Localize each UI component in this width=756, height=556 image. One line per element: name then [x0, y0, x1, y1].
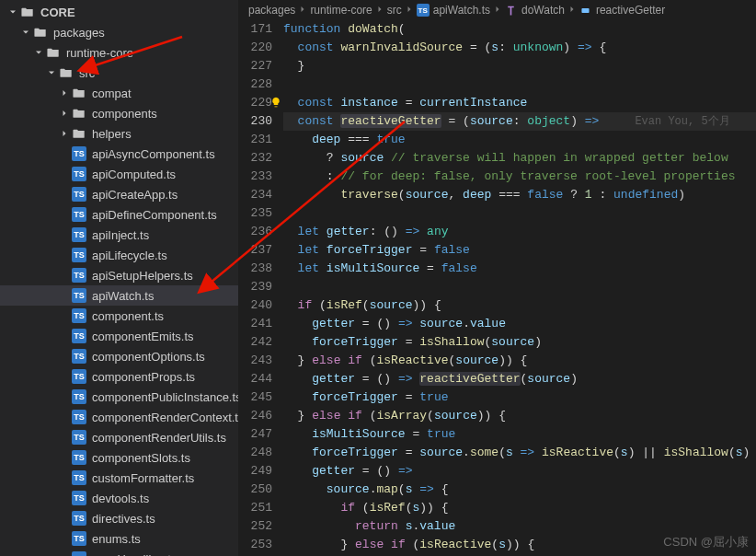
- code-line[interactable]: [283, 204, 756, 223]
- line-number: 230: [239, 112, 272, 131]
- tree-label: customFormatter.ts: [92, 471, 194, 485]
- file-componentEmits.ts[interactable]: TScomponentEmits.ts: [0, 326, 238, 346]
- code-line[interactable]: forceTrigger = source.some(s => isReacti…: [283, 444, 756, 462]
- breadcrumb-src[interactable]: src: [387, 4, 402, 17]
- file-explorer[interactable]: COREpackagesruntime-coresrccompatcompone…: [0, 0, 239, 556]
- ts-file-icon: TS: [72, 268, 86, 283]
- chevron-down-icon[interactable]: [6, 5, 20, 19]
- chevron-down-icon[interactable]: [18, 25, 33, 40]
- folder-src[interactable]: src: [0, 63, 238, 83]
- file-componentPublicInstance.ts[interactable]: TScomponentPublicInstance.ts: [0, 387, 238, 407]
- chevron-down-icon[interactable]: [31, 45, 46, 60]
- code-line[interactable]: const warnInvalidSource = (s: unknown) =…: [283, 39, 756, 57]
- file-customFormatter.ts[interactable]: TScustomFormatter.ts: [0, 468, 238, 488]
- code-line[interactable]: }: [283, 57, 756, 75]
- lightbulb-icon[interactable]: [270, 96, 281, 107]
- folder-compat[interactable]: compat: [0, 83, 238, 103]
- code-line[interactable]: deep === true: [283, 131, 756, 149]
- code-line[interactable]: } else if (isArray(source)) {: [283, 407, 756, 425]
- file-apiDefineComponent.ts[interactable]: TSapiDefineComponent.ts: [0, 204, 238, 225]
- code-line[interactable]: if (isRef(source)) {: [283, 296, 756, 315]
- chevron-right-icon: [57, 551, 72, 556]
- code-line[interactable]: const reactiveGetter = (source: object) …: [283, 112, 756, 131]
- file-componentOptions.ts[interactable]: TScomponentOptions.ts: [0, 346, 238, 366]
- breadcrumbs[interactable]: packagesruntime-coresrcTSapiWatch.tsdoWa…: [239, 0, 756, 20]
- code-line[interactable]: isMultiSource = true: [283, 425, 756, 444]
- file-componentRenderContext.ts[interactable]: TScomponentRenderContext.ts: [0, 407, 238, 427]
- folder-components[interactable]: components: [0, 103, 238, 123]
- chevron-right-icon: [57, 187, 72, 202]
- file-apiCreateApp.ts[interactable]: TSapiCreateApp.ts: [0, 184, 238, 204]
- code-line[interactable]: return s.value: [283, 517, 756, 536]
- line-number: 246: [239, 407, 272, 425]
- ts-file-icon: TS: [72, 470, 86, 485]
- file-apiLifecycle.ts[interactable]: TSapiLifecycle.ts: [0, 245, 238, 265]
- file-directives.ts[interactable]: TSdirectives.ts: [0, 508, 238, 528]
- code-editor[interactable]: 1712202272282292302312322332342352362372…: [239, 20, 756, 556]
- chevron-down-icon[interactable]: [44, 65, 59, 80]
- breadcrumb-apiWatch.ts[interactable]: TSapiWatch.ts: [417, 4, 490, 17]
- chevron-right-icon: [57, 308, 72, 323]
- svg-rect-0: [582, 8, 590, 13]
- code-line[interactable]: getter = () =>: [283, 462, 756, 481]
- code-line[interactable]: traverse(source, deep === false ? 1 : un…: [283, 186, 756, 204]
- line-number: 252: [239, 517, 272, 536]
- ts-file-icon: TS: [72, 146, 86, 161]
- code-line[interactable]: if (isRef(s)) {: [283, 499, 756, 517]
- breadcrumb-packages[interactable]: packages: [248, 4, 295, 17]
- file-devtools.ts[interactable]: TSdevtools.ts: [0, 488, 238, 508]
- file-apiAsyncComponent.ts[interactable]: TSapiAsyncComponent.ts: [0, 144, 238, 164]
- ts-file-icon: TS: [72, 227, 86, 242]
- chevron-right-icon[interactable]: [57, 86, 72, 100]
- file-errorHandling.ts[interactable]: TSerrorHandling.ts: [0, 549, 238, 556]
- folder-helpers[interactable]: helpers: [0, 123, 238, 144]
- code-line[interactable]: forceTrigger = true: [283, 388, 756, 407]
- code-line[interactable]: [283, 75, 756, 94]
- code-line[interactable]: [283, 278, 756, 296]
- tree-label: apiWatch.ts: [92, 289, 154, 303]
- file-componentSlots.ts[interactable]: TScomponentSlots.ts: [0, 447, 238, 468]
- folder-packages[interactable]: packages: [0, 22, 238, 42]
- tree-label: apiSetupHelpers.ts: [92, 269, 193, 283]
- tree-label: apiCreateApp.ts: [92, 188, 178, 202]
- ts-file-icon: TS: [72, 551, 86, 556]
- ts-file-icon: TS: [72, 430, 86, 445]
- code-line[interactable]: let getter: () => any: [283, 223, 756, 241]
- file-apiSetupHelpers.ts[interactable]: TSapiSetupHelpers.ts: [0, 265, 238, 285]
- folder-runtime-core[interactable]: runtime-core: [0, 42, 238, 63]
- code-line[interactable]: : // for deep: false, only traverse root…: [283, 168, 756, 186]
- chevron-right-icon[interactable]: [57, 106, 72, 121]
- code-line[interactable]: const instance = currentInstance: [283, 94, 756, 112]
- tree-label: component.ts: [92, 309, 164, 323]
- chevron-right-icon: [57, 491, 72, 505]
- code-body[interactable]: function doWatch( const warnInvalidSourc…: [283, 20, 756, 556]
- tree-label: apiInject.ts: [92, 228, 149, 242]
- ts-file-icon: TS: [72, 187, 86, 202]
- breadcrumb-doWatch[interactable]: doWatch: [505, 4, 565, 17]
- tree-label: componentRenderUtils.ts: [92, 431, 226, 445]
- code-line[interactable]: getter = () => source.value: [283, 315, 756, 333]
- code-line[interactable]: ? source // traverse will happen in wrap…: [283, 149, 756, 168]
- tree-label: devtools.ts: [92, 492, 149, 505]
- chevron-right-icon: [57, 227, 72, 242]
- code-line[interactable]: forceTrigger = isShallow(source): [283, 333, 756, 352]
- code-line[interactable]: function doWatch(: [283, 20, 756, 39]
- file-apiWatch.ts[interactable]: TSapiWatch.ts: [0, 285, 238, 306]
- folder-icon: [46, 45, 61, 60]
- file-component.ts[interactable]: TScomponent.ts: [0, 306, 238, 326]
- file-componentProps.ts[interactable]: TScomponentProps.ts: [0, 366, 238, 387]
- code-line[interactable]: let forceTrigger = false: [283, 241, 756, 260]
- file-componentRenderUtils.ts[interactable]: TScomponentRenderUtils.ts: [0, 427, 238, 447]
- breadcrumb-runtime-core[interactable]: runtime-core: [310, 4, 372, 17]
- breadcrumb-reactiveGetter[interactable]: reactiveGetter: [579, 4, 665, 17]
- code-line[interactable]: let isMultiSource = false: [283, 260, 756, 278]
- code-line[interactable]: } else if (isReactive(source)) {: [283, 352, 756, 370]
- folder-core[interactable]: CORE: [0, 2, 238, 22]
- tree-label: src: [79, 66, 95, 80]
- file-enums.ts[interactable]: TSenums.ts: [0, 528, 238, 549]
- file-apiInject.ts[interactable]: TSapiInject.ts: [0, 225, 238, 245]
- file-apiComputed.ts[interactable]: TSapiComputed.ts: [0, 164, 238, 184]
- code-line[interactable]: source.map(s => {: [283, 481, 756, 499]
- chevron-right-icon[interactable]: [57, 126, 72, 141]
- code-line[interactable]: getter = () => reactiveGetter(source): [283, 370, 756, 388]
